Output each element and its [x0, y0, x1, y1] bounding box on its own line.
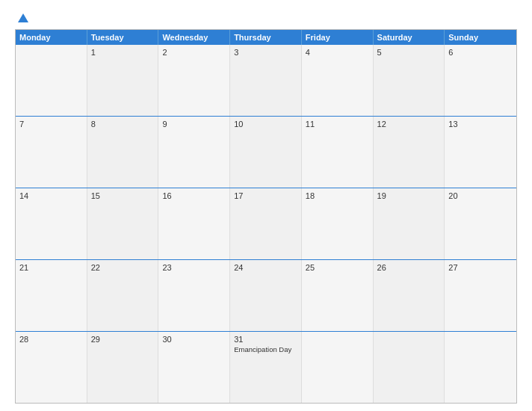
logo-triangle-icon — [18, 13, 28, 22]
day-of-week-friday: Friday — [302, 30, 374, 45]
cal-cell: 25 — [302, 260, 374, 331]
day-number: 19 — [377, 191, 441, 200]
logo-blue-row — [15, 13, 28, 23]
day-number: 25 — [306, 263, 369, 272]
day-number: 18 — [306, 191, 369, 200]
day-number: 9 — [162, 120, 226, 129]
day-number: 1 — [91, 48, 155, 57]
day-of-week-saturday: Saturday — [374, 30, 445, 45]
cal-cell: 9 — [158, 117, 230, 188]
day-number: 16 — [162, 191, 226, 200]
day-of-week-monday: Monday — [16, 30, 87, 45]
header — [15, 13, 517, 23]
day-number: 31 — [234, 335, 297, 344]
cal-cell: 23 — [158, 260, 230, 331]
day-number: 22 — [91, 263, 155, 272]
day-of-week-tuesday: Tuesday — [87, 30, 159, 45]
calendar-body: 1234567891011121314151617181920212223242… — [16, 45, 516, 403]
calendar: MondayTuesdayWednesdayThursdayFridaySatu… — [15, 29, 517, 404]
cal-cell: 30 — [158, 332, 230, 403]
cal-cell — [302, 332, 374, 403]
cal-cell: 13 — [445, 117, 516, 188]
day-number: 8 — [91, 120, 155, 129]
day-number: 11 — [306, 120, 369, 129]
holiday-label: Emancipation Day — [234, 345, 297, 353]
cal-cell: 14 — [16, 188, 87, 259]
cal-cell: 26 — [374, 260, 445, 331]
cal-cell: 28 — [16, 332, 87, 403]
week-row-5: 28293031Emancipation Day — [16, 332, 516, 403]
week-row-1: 123456 — [16, 45, 516, 117]
cal-cell: 6 — [445, 45, 516, 116]
page: MondayTuesdayWednesdayThursdayFridaySatu… — [0, 0, 532, 411]
week-row-2: 78910111213 — [16, 117, 516, 188]
cal-cell: 12 — [374, 117, 445, 188]
cal-cell: 15 — [87, 188, 159, 259]
cal-cell: 2 — [158, 45, 230, 116]
day-number: 14 — [19, 191, 83, 200]
logo — [15, 13, 28, 23]
week-row-4: 21222324252627 — [16, 260, 516, 332]
day-number: 3 — [234, 48, 297, 57]
day-number: 2 — [162, 48, 226, 57]
cal-cell: 17 — [230, 188, 302, 259]
day-of-week-wednesday: Wednesday — [158, 30, 230, 45]
day-number: 4 — [306, 48, 369, 57]
day-number: 21 — [19, 263, 83, 272]
cal-cell: 16 — [158, 188, 230, 259]
cal-cell: 7 — [16, 117, 87, 188]
day-number: 27 — [448, 263, 513, 272]
cal-cell: 11 — [302, 117, 374, 188]
day-number: 28 — [19, 335, 83, 344]
cal-cell: 22 — [87, 260, 159, 331]
cal-cell — [16, 45, 87, 116]
cal-cell: 10 — [230, 117, 302, 188]
day-number: 10 — [234, 120, 297, 129]
day-of-week-thursday: Thursday — [230, 30, 302, 45]
day-number: 24 — [234, 263, 297, 272]
cal-cell: 1 — [87, 45, 159, 116]
day-number: 17 — [234, 191, 297, 200]
day-number: 7 — [19, 120, 83, 129]
cal-cell: 19 — [374, 188, 445, 259]
day-number: 5 — [377, 48, 441, 57]
cal-cell: 18 — [302, 188, 374, 259]
day-of-week-sunday: Sunday — [445, 30, 516, 45]
cal-cell: 31Emancipation Day — [230, 332, 302, 403]
day-number: 6 — [448, 48, 513, 57]
cal-cell: 20 — [445, 188, 516, 259]
cal-cell: 8 — [87, 117, 159, 188]
calendar-header: MondayTuesdayWednesdayThursdayFridaySatu… — [16, 30, 516, 45]
day-number: 29 — [91, 335, 155, 344]
cal-cell: 27 — [445, 260, 516, 331]
cal-cell: 5 — [374, 45, 445, 116]
cal-cell: 3 — [230, 45, 302, 116]
cal-cell — [374, 332, 445, 403]
day-number: 12 — [377, 120, 441, 129]
week-row-3: 14151617181920 — [16, 188, 516, 260]
cal-cell — [445, 332, 516, 403]
day-number: 23 — [162, 263, 226, 272]
day-number: 20 — [448, 191, 513, 200]
day-number: 26 — [377, 263, 441, 272]
day-number: 13 — [448, 120, 513, 129]
day-number: 30 — [162, 335, 226, 344]
cal-cell: 29 — [87, 332, 159, 403]
cal-cell: 4 — [302, 45, 374, 116]
cal-cell: 21 — [16, 260, 87, 331]
cal-cell: 24 — [230, 260, 302, 331]
day-number: 15 — [91, 191, 155, 200]
